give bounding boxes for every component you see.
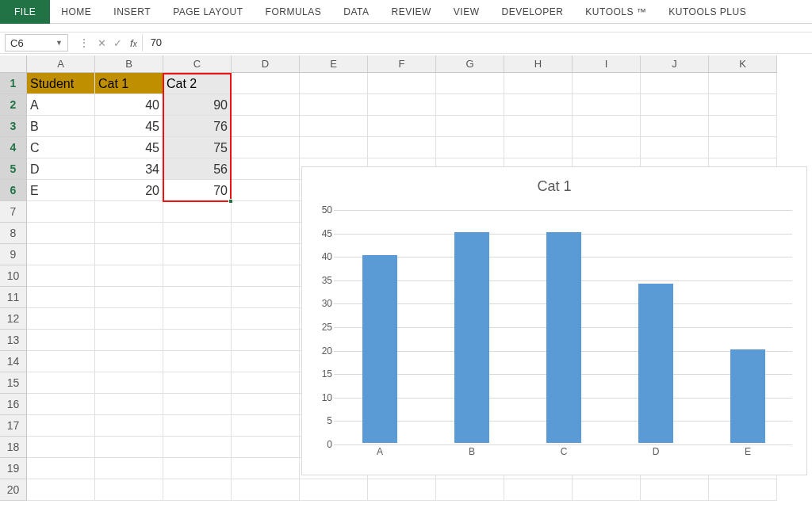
cell-D13[interactable] bbox=[232, 330, 300, 351]
cell-C10[interactable] bbox=[163, 265, 232, 287]
cell-E20[interactable] bbox=[300, 479, 368, 501]
col-header-A[interactable]: A bbox=[27, 55, 95, 73]
tab-kutools-[interactable]: KUTOOLS ™ bbox=[574, 0, 657, 24]
row-header-8[interactable]: 8 bbox=[0, 223, 27, 244]
cell-A10[interactable] bbox=[27, 265, 95, 287]
tab-developer[interactable]: DEVELOPER bbox=[491, 0, 575, 24]
row-header-10[interactable]: 10 bbox=[0, 265, 27, 287]
cell-B1[interactable]: Cat 1 bbox=[95, 73, 163, 94]
enter-formula-icon[interactable]: ✓ bbox=[109, 37, 125, 49]
formula-input[interactable]: 70 bbox=[142, 34, 812, 52]
cell-A14[interactable] bbox=[27, 351, 95, 372]
row-header-12[interactable]: 12 bbox=[0, 308, 27, 330]
cell-D2[interactable] bbox=[232, 94, 300, 116]
cell-K20[interactable] bbox=[709, 479, 777, 501]
cell-E2[interactable] bbox=[300, 94, 368, 116]
cell-G2[interactable] bbox=[436, 94, 504, 116]
cell-D9[interactable] bbox=[232, 244, 300, 265]
cell-A9[interactable] bbox=[27, 244, 95, 265]
cell-E1[interactable] bbox=[300, 73, 368, 94]
cell-D10[interactable] bbox=[232, 265, 300, 287]
cell-G4[interactable] bbox=[436, 137, 504, 158]
cell-D8[interactable] bbox=[232, 223, 300, 244]
cell-I3[interactable] bbox=[573, 116, 641, 137]
tab-kutools-plus[interactable]: KUTOOLS PLUS bbox=[657, 0, 757, 24]
row-header-19[interactable]: 19 bbox=[0, 458, 27, 479]
name-box[interactable]: C6 ▼ bbox=[5, 34, 68, 52]
cell-C2[interactable]: 90 bbox=[163, 94, 232, 116]
cell-A11[interactable] bbox=[27, 287, 95, 308]
cancel-formula-icon[interactable]: ✕ bbox=[94, 37, 109, 49]
cell-C15[interactable] bbox=[163, 372, 232, 394]
cell-B12[interactable] bbox=[95, 308, 163, 330]
cell-I4[interactable] bbox=[573, 137, 641, 158]
cell-B4[interactable]: 45 bbox=[95, 137, 163, 158]
cell-E3[interactable] bbox=[300, 116, 368, 137]
cell-A18[interactable] bbox=[27, 437, 95, 458]
cell-A2[interactable]: A bbox=[27, 94, 95, 116]
cell-D6[interactable] bbox=[232, 180, 300, 201]
cell-C1[interactable]: Cat 2 bbox=[163, 73, 232, 94]
cell-K4[interactable] bbox=[709, 137, 777, 158]
chart-bar-B[interactable] bbox=[454, 232, 489, 443]
cell-A15[interactable] bbox=[27, 372, 95, 394]
cell-B17[interactable] bbox=[95, 415, 163, 437]
cell-A12[interactable] bbox=[27, 308, 95, 330]
cell-B6[interactable]: 20 bbox=[95, 180, 163, 201]
row-header-3[interactable]: 3 bbox=[0, 116, 27, 137]
cell-C5[interactable]: 56 bbox=[163, 158, 232, 180]
cell-K3[interactable] bbox=[709, 116, 777, 137]
cell-C20[interactable] bbox=[163, 479, 232, 501]
cell-B15[interactable] bbox=[95, 372, 163, 394]
embedded-chart[interactable]: Cat 1 05101520253035404550 ABCDE bbox=[301, 166, 807, 475]
row-header-16[interactable]: 16 bbox=[0, 394, 27, 415]
row-header-20[interactable]: 20 bbox=[0, 479, 27, 501]
cell-B3[interactable]: 45 bbox=[95, 116, 163, 137]
chart-title[interactable]: Cat 1 bbox=[302, 178, 806, 195]
cell-H1[interactable] bbox=[504, 73, 573, 94]
cell-F1[interactable] bbox=[368, 73, 436, 94]
cell-H2[interactable] bbox=[504, 94, 573, 116]
cell-C14[interactable] bbox=[163, 351, 232, 372]
cell-A8[interactable] bbox=[27, 223, 95, 244]
cell-A4[interactable]: C bbox=[27, 137, 95, 158]
cell-I2[interactable] bbox=[573, 94, 641, 116]
cell-D14[interactable] bbox=[232, 351, 300, 372]
col-header-C[interactable]: C bbox=[163, 55, 232, 73]
fx-icon[interactable]: fx bbox=[130, 37, 137, 49]
col-header-H[interactable]: H bbox=[504, 55, 573, 73]
col-header-I[interactable]: I bbox=[573, 55, 641, 73]
cell-K2[interactable] bbox=[709, 94, 777, 116]
chart-bar-D[interactable] bbox=[638, 284, 673, 443]
cell-A20[interactable] bbox=[27, 479, 95, 501]
row-header-18[interactable]: 18 bbox=[0, 437, 27, 458]
row-header-1[interactable]: 1 bbox=[0, 73, 27, 94]
cell-G20[interactable] bbox=[436, 479, 504, 501]
cell-I20[interactable] bbox=[573, 479, 641, 501]
col-header-D[interactable]: D bbox=[232, 55, 300, 73]
cell-B18[interactable] bbox=[95, 437, 163, 458]
cell-J1[interactable] bbox=[641, 73, 709, 94]
cell-F3[interactable] bbox=[368, 116, 436, 137]
tab-file[interactable]: FILE bbox=[0, 0, 50, 24]
cell-H20[interactable] bbox=[504, 479, 573, 501]
tab-home[interactable]: HOME bbox=[50, 0, 102, 24]
cell-D16[interactable] bbox=[232, 394, 300, 415]
row-header-15[interactable]: 15 bbox=[0, 372, 27, 394]
cell-C17[interactable] bbox=[163, 415, 232, 437]
chevron-down-icon[interactable]: ▼ bbox=[56, 39, 63, 47]
col-header-B[interactable]: B bbox=[95, 55, 163, 73]
cell-D12[interactable] bbox=[232, 308, 300, 330]
tab-insert[interactable]: INSERT bbox=[102, 0, 162, 24]
cell-B13[interactable] bbox=[95, 330, 163, 351]
tab-page-layout[interactable]: PAGE LAYOUT bbox=[162, 0, 254, 24]
cell-E4[interactable] bbox=[300, 137, 368, 158]
cell-K1[interactable] bbox=[709, 73, 777, 94]
cell-B14[interactable] bbox=[95, 351, 163, 372]
cell-C16[interactable] bbox=[163, 394, 232, 415]
col-header-E[interactable]: E bbox=[300, 55, 368, 73]
cell-B20[interactable] bbox=[95, 479, 163, 501]
chart-bar-C[interactable] bbox=[546, 232, 581, 443]
cell-B11[interactable] bbox=[95, 287, 163, 308]
cell-J2[interactable] bbox=[641, 94, 709, 116]
